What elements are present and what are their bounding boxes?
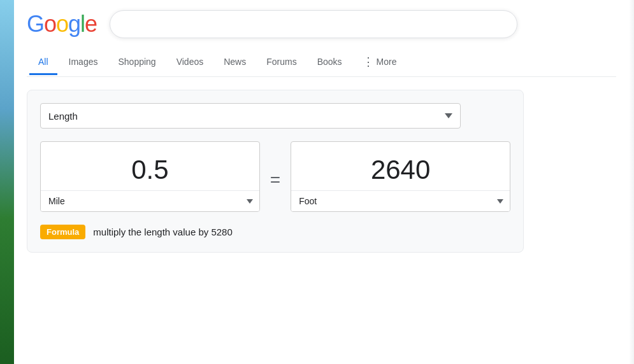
tab-more-label: More xyxy=(377,57,397,67)
search-bar[interactable]: how many feet in a half mile xyxy=(110,10,517,38)
logo-g: G xyxy=(27,11,44,37)
more-dots-icon: ⋮ xyxy=(363,55,374,69)
tab-forums[interactable]: Forums xyxy=(257,50,305,75)
logo-o2: o xyxy=(56,11,68,37)
category-select[interactable]: Length xyxy=(40,103,461,129)
logo-o1: o xyxy=(44,11,56,37)
logo-g2: g xyxy=(68,11,80,37)
equals-sign: = xyxy=(270,141,280,212)
tab-videos[interactable]: Videos xyxy=(168,50,213,75)
from-unit-select[interactable]: Mile xyxy=(41,190,259,211)
header: Google how many feet in a half mile All … xyxy=(14,0,629,77)
header-top: Google how many feet in a half mile xyxy=(27,10,616,38)
nav-tabs: All Images Shopping Videos News Forums B… xyxy=(27,48,616,77)
tab-books[interactable]: Books xyxy=(308,50,351,75)
logo-e: e xyxy=(85,11,97,37)
main-content: Google how many feet in a half mile All … xyxy=(14,0,629,364)
to-value: 2640 xyxy=(291,142,510,190)
content-area: Length 0.5 Mile = 2640 Foot xyxy=(14,77,629,265)
tab-more[interactable]: ⋮ More xyxy=(354,48,406,77)
from-value: 0.5 xyxy=(41,142,259,190)
formula-badge: Formula xyxy=(40,225,85,239)
right-edge xyxy=(629,0,634,364)
tab-shopping[interactable]: Shopping xyxy=(109,50,164,75)
formula-text: multiply the length value by 5280 xyxy=(93,227,232,237)
converter-card: Length 0.5 Mile = 2640 Foot xyxy=(27,90,524,253)
google-logo[interactable]: Google xyxy=(27,11,97,38)
conversion-row: 0.5 Mile = 2640 Foot xyxy=(40,141,510,212)
formula-row: Formula multiply the length value by 528… xyxy=(40,225,510,239)
tab-news[interactable]: News xyxy=(215,50,255,75)
from-box: 0.5 Mile xyxy=(40,141,260,212)
to-box: 2640 Foot xyxy=(291,141,510,212)
to-unit-select[interactable]: Foot xyxy=(291,190,510,211)
tab-all[interactable]: All xyxy=(29,50,57,75)
tab-images[interactable]: Images xyxy=(60,50,107,75)
search-input[interactable]: how many feet in a half mile xyxy=(123,18,504,30)
sidebar-image xyxy=(0,0,14,364)
